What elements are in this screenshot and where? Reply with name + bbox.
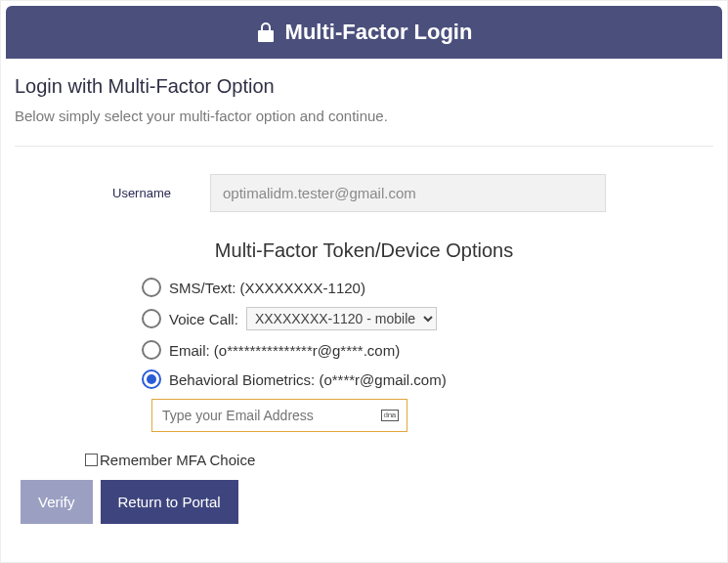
option-voice-row[interactable]: Voice Call: XXXXXXXX-1120 - mobile bbox=[142, 307, 713, 330]
radio-email[interactable] bbox=[142, 340, 161, 360]
radio-biometrics[interactable] bbox=[142, 369, 161, 389]
card-header: Multi-Factor Login bbox=[6, 6, 722, 59]
mfa-login-card: Multi-Factor Login Login with Multi-Fact… bbox=[0, 0, 728, 563]
radio-voice[interactable] bbox=[142, 309, 161, 328]
radio-sms[interactable] bbox=[142, 278, 161, 297]
mfa-options-group: SMS/Text: (XXXXXXXX-1120) Voice Call: XX… bbox=[142, 278, 713, 432]
option-email-label: Email: (o***************r@g****.com) bbox=[169, 342, 400, 359]
username-input bbox=[210, 174, 606, 212]
verify-button[interactable]: Verify bbox=[21, 480, 93, 524]
helper-text: Below simply select your multi-factor op… bbox=[15, 108, 713, 124]
option-sms-label: SMS/Text: (XXXXXXXX-1120) bbox=[169, 280, 365, 296]
button-row: Verify Return to Portal bbox=[21, 480, 713, 524]
option-voice-prefix: Voice Call: bbox=[169, 311, 238, 327]
dna-icon: dna bbox=[381, 410, 399, 421]
card-body: Login with Multi-Factor Option Below sim… bbox=[1, 64, 727, 543]
option-sms-row[interactable]: SMS/Text: (XXXXXXXX-1120) bbox=[142, 278, 713, 297]
return-to-portal-button[interactable]: Return to Portal bbox=[101, 480, 238, 524]
option-biometrics-row[interactable]: Behavioral Biometrics: (o****r@gmail.com… bbox=[142, 369, 713, 389]
email-address-input[interactable] bbox=[152, 400, 381, 431]
option-email-row[interactable]: Email: (o***************r@g****.com) bbox=[142, 340, 713, 360]
remember-mfa-row[interactable]: Remember MFA Choice bbox=[85, 452, 713, 468]
option-biometrics-label: Behavioral Biometrics: (o****r@gmail.com… bbox=[169, 371, 447, 388]
username-label: Username bbox=[112, 186, 210, 200]
lock-icon bbox=[256, 22, 276, 43]
page-subtitle: Login with Multi-Factor Option bbox=[15, 75, 713, 98]
email-input-wrap: dna bbox=[151, 399, 407, 432]
options-title: Multi-Factor Token/Device Options bbox=[15, 239, 713, 262]
header-title: Multi-Factor Login bbox=[285, 20, 473, 45]
username-row: Username bbox=[112, 174, 713, 212]
voice-call-select[interactable]: XXXXXXXX-1120 - mobile bbox=[246, 307, 437, 330]
divider bbox=[15, 146, 713, 147]
remember-mfa-checkbox[interactable] bbox=[85, 454, 98, 466]
remember-mfa-label: Remember MFA Choice bbox=[100, 452, 255, 468]
